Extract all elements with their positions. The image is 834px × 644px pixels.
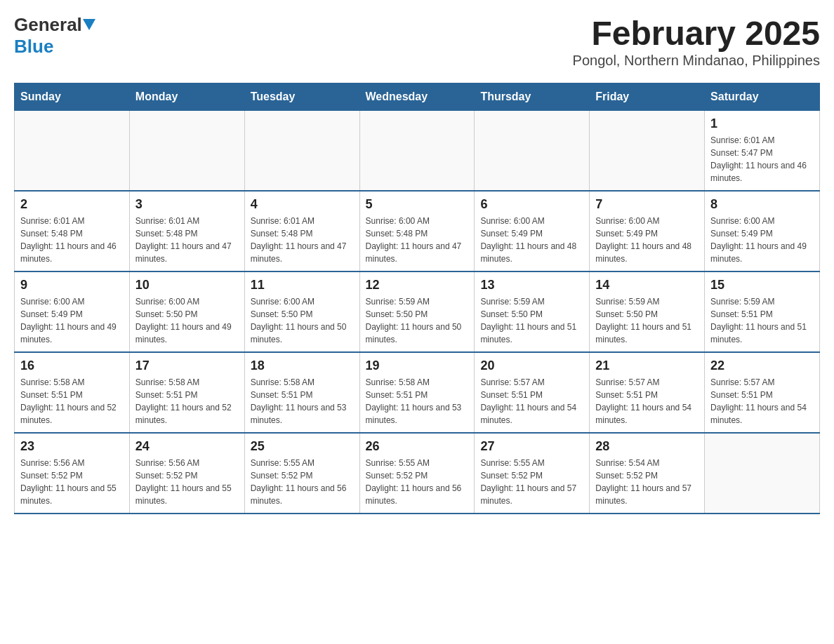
day-of-week-thursday: Thursday xyxy=(475,83,590,111)
day-number: 13 xyxy=(480,278,583,293)
day-number: 10 xyxy=(135,278,239,293)
day-number: 18 xyxy=(251,358,354,373)
day-number: 19 xyxy=(366,358,469,373)
day-info: Sunrise: 5:54 AMSunset: 5:52 PMDaylight:… xyxy=(595,457,699,507)
day-number: 21 xyxy=(595,358,699,373)
day-of-week-tuesday: Tuesday xyxy=(244,83,359,111)
day-cell xyxy=(590,111,705,192)
day-cell: 25Sunrise: 5:55 AMSunset: 5:52 PMDayligh… xyxy=(244,433,359,514)
day-cell xyxy=(475,111,590,192)
day-cell: 28Sunrise: 5:54 AMSunset: 5:52 PMDayligh… xyxy=(590,433,705,514)
day-info: Sunrise: 6:00 AMSunset: 5:49 PMDaylight:… xyxy=(595,215,699,265)
day-cell xyxy=(705,433,820,514)
day-cell: 24Sunrise: 5:56 AMSunset: 5:52 PMDayligh… xyxy=(129,433,244,514)
day-cell: 18Sunrise: 5:58 AMSunset: 5:51 PMDayligh… xyxy=(244,352,359,433)
day-number: 1 xyxy=(710,116,814,131)
week-row-3: 9Sunrise: 6:00 AMSunset: 5:49 PMDaylight… xyxy=(15,271,820,352)
day-number: 6 xyxy=(480,197,583,212)
day-info: Sunrise: 5:58 AMSunset: 5:51 PMDaylight:… xyxy=(251,376,354,427)
week-row-4: 16Sunrise: 5:58 AMSunset: 5:51 PMDayligh… xyxy=(15,352,820,433)
day-cell xyxy=(15,111,130,192)
day-info: Sunrise: 5:58 AMSunset: 5:51 PMDaylight:… xyxy=(20,376,124,427)
day-info: Sunrise: 6:00 AMSunset: 5:50 PMDaylight:… xyxy=(251,295,354,346)
day-number: 23 xyxy=(20,439,124,454)
day-cell: 6Sunrise: 6:00 AMSunset: 5:49 PMDaylight… xyxy=(475,191,590,271)
day-cell: 23Sunrise: 5:56 AMSunset: 5:52 PMDayligh… xyxy=(15,433,130,514)
day-info: Sunrise: 6:00 AMSunset: 5:49 PMDaylight:… xyxy=(20,295,124,346)
day-cell: 22Sunrise: 5:57 AMSunset: 5:51 PMDayligh… xyxy=(705,352,820,433)
day-number: 24 xyxy=(135,439,239,454)
day-number: 28 xyxy=(595,439,699,454)
day-cell: 16Sunrise: 5:58 AMSunset: 5:51 PMDayligh… xyxy=(15,352,130,433)
day-cell: 20Sunrise: 5:57 AMSunset: 5:51 PMDayligh… xyxy=(475,352,590,433)
day-number: 22 xyxy=(710,358,814,373)
day-number: 17 xyxy=(135,358,239,373)
day-number: 5 xyxy=(366,197,469,212)
day-cell: 4Sunrise: 6:01 AMSunset: 5:48 PMDaylight… xyxy=(244,191,359,271)
logo-arrow-icon xyxy=(83,19,95,32)
svg-marker-0 xyxy=(83,19,95,30)
day-number: 7 xyxy=(595,197,699,212)
day-info: Sunrise: 5:57 AMSunset: 5:51 PMDaylight:… xyxy=(710,376,814,427)
day-info: Sunrise: 6:00 AMSunset: 5:49 PMDaylight:… xyxy=(480,215,583,265)
calendar-header: SundayMondayTuesdayWednesdayThursdayFrid… xyxy=(15,83,820,111)
logo-blue-text: Blue xyxy=(14,36,53,57)
day-info: Sunrise: 5:58 AMSunset: 5:51 PMDaylight:… xyxy=(135,376,239,427)
page-header: General Blue February 2025 Pongol, North… xyxy=(14,14,820,69)
day-number: 9 xyxy=(20,278,124,293)
day-info: Sunrise: 5:59 AMSunset: 5:50 PMDaylight:… xyxy=(480,295,583,346)
week-row-2: 2Sunrise: 6:01 AMSunset: 5:48 PMDaylight… xyxy=(15,191,820,271)
day-cell: 10Sunrise: 6:00 AMSunset: 5:50 PMDayligh… xyxy=(129,271,244,352)
day-info: Sunrise: 5:55 AMSunset: 5:52 PMDaylight:… xyxy=(251,457,354,507)
day-cell: 27Sunrise: 5:55 AMSunset: 5:52 PMDayligh… xyxy=(475,433,590,514)
day-info: Sunrise: 6:00 AMSunset: 5:48 PMDaylight:… xyxy=(366,215,469,265)
logo: General Blue xyxy=(14,14,95,58)
day-cell xyxy=(129,111,244,192)
day-number: 25 xyxy=(251,439,354,454)
day-info: Sunrise: 6:01 AMSunset: 5:48 PMDaylight:… xyxy=(135,215,239,265)
day-of-week-saturday: Saturday xyxy=(705,83,820,111)
day-number: 3 xyxy=(135,197,239,212)
day-of-week-friday: Friday xyxy=(590,83,705,111)
day-cell: 8Sunrise: 6:00 AMSunset: 5:49 PMDaylight… xyxy=(705,191,820,271)
day-number: 4 xyxy=(251,197,354,212)
day-number: 20 xyxy=(480,358,583,373)
day-info: Sunrise: 5:58 AMSunset: 5:51 PMDaylight:… xyxy=(366,376,469,427)
day-info: Sunrise: 5:57 AMSunset: 5:51 PMDaylight:… xyxy=(595,376,699,427)
day-info: Sunrise: 6:01 AMSunset: 5:48 PMDaylight:… xyxy=(20,215,124,265)
day-cell: 17Sunrise: 5:58 AMSunset: 5:51 PMDayligh… xyxy=(129,352,244,433)
day-of-week-wednesday: Wednesday xyxy=(359,83,475,111)
day-number: 11 xyxy=(251,278,354,293)
calendar-subtitle: Pongol, Northern Mindanao, Philippines xyxy=(573,53,820,69)
day-cell: 15Sunrise: 5:59 AMSunset: 5:51 PMDayligh… xyxy=(705,271,820,352)
calendar-title: February 2025 xyxy=(573,14,820,53)
day-cell xyxy=(359,111,475,192)
day-info: Sunrise: 5:59 AMSunset: 5:50 PMDaylight:… xyxy=(595,295,699,346)
day-info: Sunrise: 6:01 AMSunset: 5:48 PMDaylight:… xyxy=(251,215,354,265)
day-cell: 19Sunrise: 5:58 AMSunset: 5:51 PMDayligh… xyxy=(359,352,475,433)
day-info: Sunrise: 5:59 AMSunset: 5:50 PMDaylight:… xyxy=(366,295,469,346)
day-cell: 11Sunrise: 6:00 AMSunset: 5:50 PMDayligh… xyxy=(244,271,359,352)
day-info: Sunrise: 5:59 AMSunset: 5:51 PMDaylight:… xyxy=(710,295,814,346)
day-number: 14 xyxy=(595,278,699,293)
days-of-week-row: SundayMondayTuesdayWednesdayThursdayFrid… xyxy=(15,83,820,111)
day-cell xyxy=(244,111,359,192)
day-cell: 13Sunrise: 5:59 AMSunset: 5:50 PMDayligh… xyxy=(475,271,590,352)
day-cell: 21Sunrise: 5:57 AMSunset: 5:51 PMDayligh… xyxy=(590,352,705,433)
day-info: Sunrise: 5:55 AMSunset: 5:52 PMDaylight:… xyxy=(366,457,469,507)
day-number: 2 xyxy=(20,197,124,212)
day-cell: 7Sunrise: 6:00 AMSunset: 5:49 PMDaylight… xyxy=(590,191,705,271)
day-info: Sunrise: 6:01 AMSunset: 5:47 PMDaylight:… xyxy=(710,134,814,185)
day-number: 16 xyxy=(20,358,124,373)
day-number: 12 xyxy=(366,278,469,293)
day-cell: 5Sunrise: 6:00 AMSunset: 5:48 PMDaylight… xyxy=(359,191,475,271)
logo-general-text: General xyxy=(14,14,82,36)
day-number: 26 xyxy=(366,439,469,454)
week-row-5: 23Sunrise: 5:56 AMSunset: 5:52 PMDayligh… xyxy=(15,433,820,514)
day-cell: 2Sunrise: 6:01 AMSunset: 5:48 PMDaylight… xyxy=(15,191,130,271)
day-cell: 1Sunrise: 6:01 AMSunset: 5:47 PMDaylight… xyxy=(705,111,820,192)
day-cell: 26Sunrise: 5:55 AMSunset: 5:52 PMDayligh… xyxy=(359,433,475,514)
week-row-1: 1Sunrise: 6:01 AMSunset: 5:47 PMDaylight… xyxy=(15,111,820,192)
day-info: Sunrise: 5:56 AMSunset: 5:52 PMDaylight:… xyxy=(20,457,124,507)
day-number: 27 xyxy=(480,439,583,454)
